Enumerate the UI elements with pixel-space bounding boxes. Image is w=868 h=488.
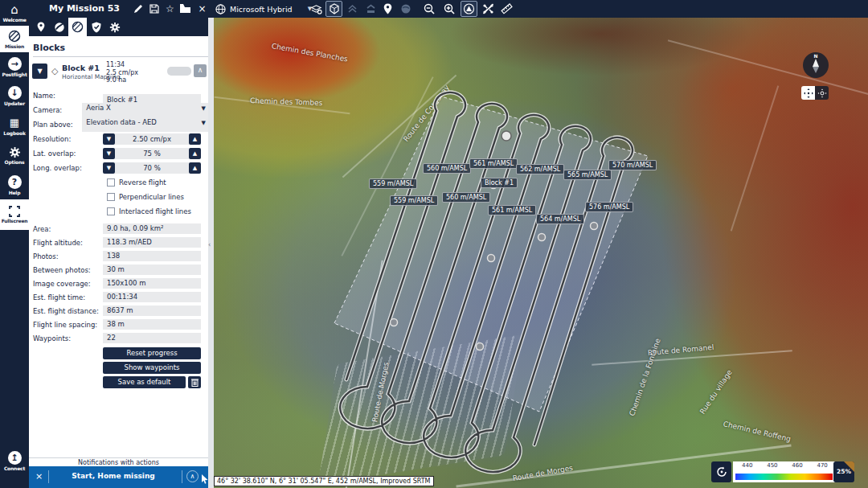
map-provider-select[interactable]: Microsoft Hybrid ▼ xyxy=(215,2,312,15)
placemark-button[interactable] xyxy=(379,1,396,17)
increment-button[interactable]: ▲ xyxy=(189,162,201,174)
waypoint-marker[interactable] xyxy=(477,343,484,351)
elevation-overlay-button[interactable] xyxy=(461,1,477,17)
stat-label: Image coverage: xyxy=(33,280,103,288)
field-label: Camera: xyxy=(33,106,82,114)
measure-ruler-button[interactable] xyxy=(498,1,515,17)
zoom-terrain-up-button[interactable] xyxy=(344,1,361,17)
palette-settings-button[interactable] xyxy=(711,461,731,482)
flight-option-checkbox[interactable]: Reverse flight xyxy=(29,175,208,190)
field-label: Name: xyxy=(33,92,103,100)
rail-item-postflight[interactable]: → Postflight xyxy=(0,52,29,81)
rail-item-welcome[interactable]: ⌂ Welcome xyxy=(0,0,29,26)
orbit-mode-button[interactable] xyxy=(815,86,829,100)
waypoint-marker[interactable] xyxy=(488,255,495,262)
compass[interactable]: N xyxy=(803,52,829,78)
elevation-color-scale: 440450460470 xyxy=(733,461,835,482)
tab-settings[interactable] xyxy=(105,18,124,36)
block-collapse-button[interactable]: ∧ xyxy=(194,64,207,77)
reset-progress-button[interactable]: Reset progress xyxy=(103,347,201,359)
decrement-button[interactable]: ▼ xyxy=(103,148,115,159)
rail-item-logbook[interactable]: ▦ Logbook xyxy=(0,111,29,141)
save-as-default-button[interactable]: Save as default xyxy=(103,376,186,388)
scale-tick-label: 470 xyxy=(817,462,827,469)
decrement-button[interactable]: ▼ xyxy=(103,133,115,145)
block-expand-button[interactable]: ▼ xyxy=(32,64,47,79)
rail-item-updater[interactable]: ↓ Updater xyxy=(0,81,29,111)
save-mission-icon[interactable] xyxy=(147,2,161,15)
waypoint-marker[interactable] xyxy=(391,319,398,326)
rail-item-fullscreen[interactable]: Fullscreen xyxy=(0,199,29,230)
pan-mode-button[interactable] xyxy=(801,86,815,100)
elevation-layers-button[interactable] xyxy=(308,1,325,17)
gear-icon xyxy=(9,146,21,158)
show-waypoints-button[interactable]: Show waypoints xyxy=(103,362,201,374)
expand-notifications-icon[interactable]: ∧ xyxy=(186,470,199,482)
altitude-label: 576 m/AMSL xyxy=(585,202,633,212)
flight-option-checkbox[interactable]: Interlaced flight lines xyxy=(29,204,208,219)
pointer-action-icon[interactable] xyxy=(201,472,208,487)
dismiss-notification-icon[interactable]: × xyxy=(35,471,43,482)
mission-tabs xyxy=(29,18,208,36)
edit-mission-icon[interactable] xyxy=(131,2,145,15)
chevron-left-icon: ‹ xyxy=(208,241,211,248)
stat-value: 150x100 m xyxy=(103,278,201,289)
scale-tick-label: 440 xyxy=(742,462,752,469)
elevation-scale-widget: 440450460470 xyxy=(711,461,835,482)
scale-tick-label: 450 xyxy=(767,462,777,469)
waypoint-marker[interactable] xyxy=(502,131,511,141)
notification-message[interactable]: Start, Home missing xyxy=(53,472,174,480)
compass-needle-icon xyxy=(813,67,819,73)
scale-tick-label: 460 xyxy=(792,462,802,469)
tab-rules[interactable] xyxy=(87,18,105,36)
resolution-stepper: ▼2.50 cm/px▲ xyxy=(103,133,201,145)
tab-placemarks[interactable] xyxy=(31,18,50,36)
open-folder-icon[interactable] xyxy=(178,2,192,15)
zoom-in-button[interactable] xyxy=(440,1,457,17)
field-label: Long. overlap: xyxy=(33,164,103,172)
field-label: Lat. overlap: xyxy=(33,150,103,158)
favorite-star-icon[interactable]: ☆ xyxy=(163,2,177,15)
rail-item-mission[interactable]: Mission xyxy=(0,26,29,52)
delete-block-button[interactable] xyxy=(188,376,201,388)
help-question-icon: ? xyxy=(8,175,22,189)
rail-item-options[interactable]: Options xyxy=(0,141,29,170)
view-3d-button[interactable] xyxy=(326,1,342,17)
tab-mapping[interactable] xyxy=(68,18,87,36)
stat-row: Flight line spacing:38 m xyxy=(29,318,208,331)
checkbox-icon[interactable] xyxy=(107,207,115,215)
palette-sync-icon xyxy=(716,466,727,478)
map-3d-view[interactable]: 559 m/AMSL560 m/AMSL561 m/AMSL562 m/AMSL… xyxy=(214,18,868,488)
block-list-item[interactable]: ▼ ◇ Block #1 Horizontal Mapping 11:34 2.… xyxy=(29,59,208,85)
fullscreen-icon xyxy=(9,206,20,217)
orbit-icon xyxy=(817,88,827,98)
nav-rail: ⌂ Welcome Mission → Postflight ↓ Updater… xyxy=(0,0,29,488)
stat-label: Flight altitude: xyxy=(33,239,103,247)
block-map-label[interactable]: Block #1 xyxy=(481,178,518,188)
elevation-gradient xyxy=(735,474,833,480)
decrement-button[interactable]: ▼ xyxy=(103,162,115,174)
tab-route[interactable] xyxy=(50,18,68,36)
flight-option-checkbox[interactable]: Perpendicular lines xyxy=(29,190,208,204)
no-fly-zones-button[interactable] xyxy=(480,1,497,17)
plan-above-select[interactable]: Elevation data - AED▼ xyxy=(82,117,208,132)
updater-download-icon: ↓ xyxy=(8,86,22,100)
checkbox-icon[interactable] xyxy=(107,193,115,201)
close-mission-icon[interactable]: × xyxy=(195,2,209,15)
camera-select[interactable]: Aeria X▼ xyxy=(82,103,208,117)
google-earth-button[interactable] xyxy=(397,1,414,17)
zoom-out-button[interactable] xyxy=(420,1,437,17)
altitude-label: 562 m/AMSL xyxy=(516,164,564,174)
coordinates-status-bar: 46° 32' 38.610" N, 6° 31' 05.547" E, 452… xyxy=(214,476,434,486)
zoom-terrain-down-button[interactable] xyxy=(362,1,379,17)
panel-collapse-handle[interactable]: ‹ xyxy=(208,18,214,488)
waypoint-marker[interactable] xyxy=(591,223,598,230)
increment-button[interactable]: ▲ xyxy=(189,148,201,159)
checkbox-icon[interactable] xyxy=(107,178,115,187)
mission-editor-panel: Blocks ▼ ◇ Block #1 Horizontal Mapping 1… xyxy=(29,18,208,488)
cache-progress-badge[interactable]: 25% xyxy=(833,461,854,482)
rail-item-connect[interactable]: ↥ Connect xyxy=(0,445,29,477)
waypoint-marker[interactable] xyxy=(538,234,546,241)
rail-item-help[interactable]: ? Help xyxy=(0,170,29,199)
increment-button[interactable]: ▲ xyxy=(189,133,201,145)
